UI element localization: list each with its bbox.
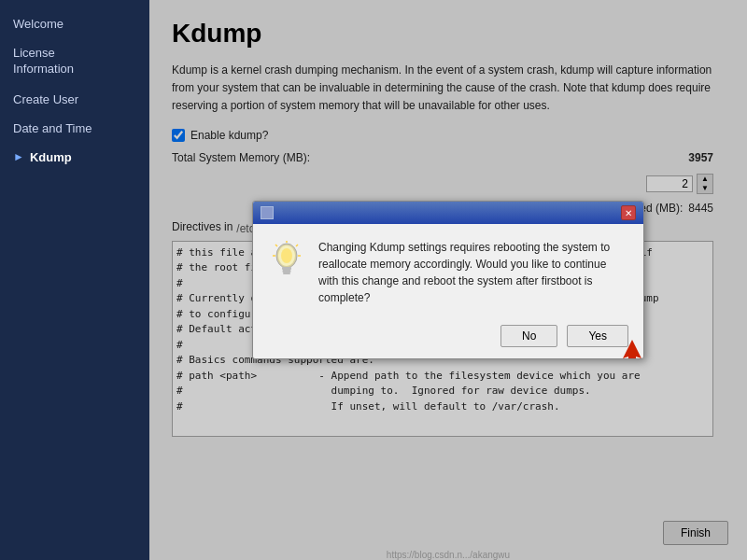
sidebar-item-kdump[interactable]: ► Kdump <box>0 143 149 172</box>
sidebar: Welcome LicenseInformation Create User D… <box>0 0 149 560</box>
cursor-arrow <box>604 340 641 359</box>
svg-rect-5 <box>283 273 290 274</box>
lightbulb-icon <box>270 241 303 282</box>
dialog-title-left <box>261 206 274 219</box>
dialog-buttons: No Yes <box>253 317 643 358</box>
dialog-titlebar: ✕ <box>253 202 643 224</box>
sidebar-item-license[interactable]: LicenseInformation <box>0 38 149 85</box>
dialog-message: Changing Kdump settings requires rebooti… <box>318 239 628 306</box>
svg-line-8 <box>275 245 277 246</box>
sidebar-item-date-time[interactable]: Date and Time <box>0 114 149 143</box>
dialog-window-icon <box>261 206 274 219</box>
sidebar-item-kdump-label: Kdump <box>30 150 72 164</box>
sidebar-item-create-user[interactable]: Create User <box>0 85 149 114</box>
dialog-no-button[interactable]: No <box>500 325 557 347</box>
sidebar-item-license-label: LicenseInformation <box>13 46 74 77</box>
sidebar-item-welcome[interactable]: Welcome <box>0 9 149 38</box>
dialog-close-button[interactable]: ✕ <box>621 205 636 220</box>
sidebar-active-arrow: ► <box>13 150 24 163</box>
dialog-body: Changing Kdump settings requires rebooti… <box>253 224 643 317</box>
sidebar-item-create-user-label: Create User <box>13 92 78 106</box>
svg-rect-3 <box>282 267 291 270</box>
svg-marker-11 <box>623 340 641 359</box>
main-content: Kdump Kdump is a kernel crash dumping me… <box>149 0 747 560</box>
yes-btn-wrapper: Yes <box>567 325 628 347</box>
sidebar-item-welcome-label: Welcome <box>13 17 63 31</box>
dialog-box: ✕ <box>252 201 644 359</box>
svg-point-2 <box>281 248 292 263</box>
sidebar-item-date-time-label: Date and Time <box>13 121 92 135</box>
dialog-icon <box>268 239 305 284</box>
dialog-overlay: ✕ <box>149 0 747 560</box>
svg-line-7 <box>296 245 298 246</box>
svg-rect-4 <box>283 270 291 273</box>
